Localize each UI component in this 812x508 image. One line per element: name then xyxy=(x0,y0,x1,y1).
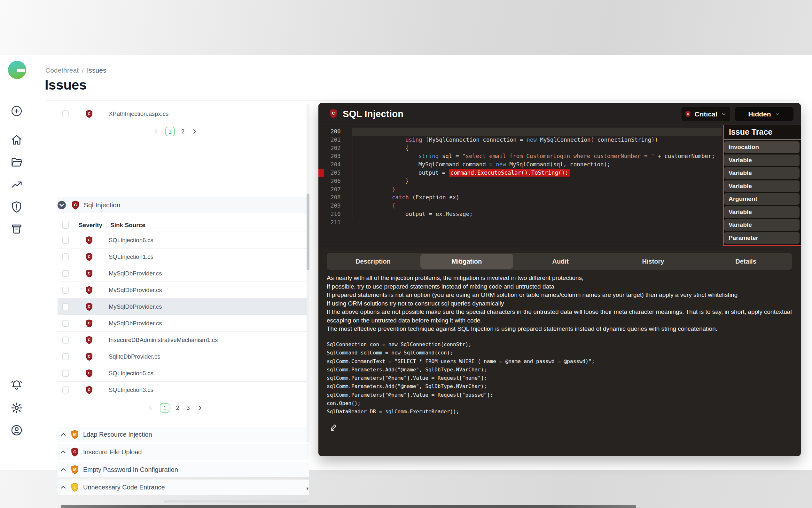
row-checkbox[interactable] xyxy=(62,287,69,294)
severity-shield-icon: C xyxy=(86,286,93,294)
sidebar-gear-icon[interactable] xyxy=(10,402,23,414)
issue-group-collapsed[interactable]: CInsecure File Upload xyxy=(57,444,309,460)
tab-audit[interactable]: Audit xyxy=(514,253,607,270)
mitigation-paragraph: If prepared statements is not an option … xyxy=(327,291,796,299)
trace-item-variable[interactable]: Variable xyxy=(724,167,800,179)
row-checkbox[interactable] xyxy=(62,303,69,310)
severity-shield-icon: C xyxy=(86,352,93,361)
trace-item-variable[interactable]: Variable xyxy=(724,155,800,166)
breadcrumb: Codethreat/Issues xyxy=(45,67,106,74)
issue-row[interactable]: CSQLInjection5.cs xyxy=(57,365,309,382)
chevron-down-icon xyxy=(775,111,780,117)
detail-tabs: DescriptionMitigationAuditHistoryDetails xyxy=(327,253,792,270)
group-label: Unnecessary Code Entrance xyxy=(83,484,165,491)
scrollbar-down-arrow-icon[interactable]: ▾ xyxy=(306,485,309,491)
sidebar-trend-up-icon[interactable] xyxy=(10,179,23,191)
issue-row[interactable]: CSQLInjection6.cs xyxy=(57,232,309,249)
pagination-page-2[interactable]: 2 xyxy=(181,128,185,135)
chevron-up-icon[interactable] xyxy=(59,466,67,473)
pagination-top: 12 xyxy=(50,124,301,139)
codethreat-logo-icon[interactable] xyxy=(8,61,26,79)
sidebar-plus-circle-icon[interactable] xyxy=(10,105,23,117)
pagination-page-2[interactable]: 2 xyxy=(175,405,180,411)
sidebar-shield-alert-icon[interactable] xyxy=(10,201,23,213)
svg-text:C: C xyxy=(88,304,91,308)
severity-shield-icon: C xyxy=(329,109,338,118)
chevron-up-icon[interactable] xyxy=(59,483,67,491)
svg-text:C: C xyxy=(88,338,91,342)
chevron-down-icon xyxy=(721,111,727,117)
chevron-up-icon[interactable] xyxy=(59,448,67,456)
trace-item-variable[interactable]: Variable xyxy=(724,206,800,218)
sidebar-archive-icon[interactable] xyxy=(10,223,23,235)
pagination-prev-icon[interactable] xyxy=(147,405,154,411)
row-checkbox[interactable] xyxy=(62,237,69,244)
visibility-dropdown[interactable]: Hidden xyxy=(735,107,794,121)
window-edge-strip xyxy=(61,505,636,508)
severity-shield-icon: C xyxy=(71,448,79,457)
severity-shield-icon: C xyxy=(86,236,93,244)
table-header: Severity Sink Source xyxy=(57,218,309,232)
sidebar-home-icon[interactable] xyxy=(10,134,23,146)
sidebar xyxy=(0,55,33,470)
pagination-prev-icon[interactable] xyxy=(152,128,159,135)
edit-icon[interactable] xyxy=(330,423,338,431)
row-checkbox[interactable] xyxy=(62,370,69,377)
panel-header-divider xyxy=(319,124,801,124)
breadcrumb-issues[interactable]: Issues xyxy=(87,67,106,74)
svg-text:M: M xyxy=(73,467,77,472)
row-checkbox[interactable] xyxy=(62,386,69,393)
chevron-down-circle-icon[interactable] xyxy=(57,201,66,209)
issue-group-collapsed[interactable]: LUnnecessary Code Entrance xyxy=(57,479,309,495)
mitigation-text: As nearly with all of the injection prob… xyxy=(327,274,796,333)
issue-group-collapsed[interactable]: MLdap Resource Injection xyxy=(57,427,309,442)
issue-row[interactable]: CMySqlDbProvider.cs xyxy=(57,282,309,298)
mitigation-paragraph: The most effective prevention technique … xyxy=(327,325,796,333)
tab-details[interactable]: Details xyxy=(700,253,792,270)
issue-group-sql-injection[interactable]: C Sql Injection xyxy=(57,197,309,213)
pagination-page-1[interactable]: 1 xyxy=(165,127,175,136)
chevron-up-icon[interactable] xyxy=(59,431,67,438)
severity-dropdown[interactable]: C Critical xyxy=(681,107,730,121)
row-checkbox[interactable] xyxy=(62,270,69,277)
issue-row[interactable]: CMySqlDbProvider.cs xyxy=(57,265,309,282)
row-checkbox[interactable] xyxy=(62,337,69,344)
trace-item-variable[interactable]: Variable xyxy=(724,219,800,230)
severity-shield-icon: C xyxy=(86,303,93,311)
trace-item-invocation[interactable]: Invocation xyxy=(724,141,800,153)
issue-row[interactable]: CSqliteDbProvider.cs xyxy=(57,348,309,365)
row-checkbox[interactable] xyxy=(62,110,69,117)
tab-mitigation[interactable]: Mitigation xyxy=(420,254,513,269)
trace-item-parameter[interactable]: Parameter xyxy=(724,232,800,244)
trace-item-argument[interactable]: Argument xyxy=(724,193,800,205)
pagination-page-1[interactable]: 1 xyxy=(160,403,170,413)
list-scrollbar-thumb[interactable] xyxy=(306,194,309,270)
select-all-checkbox[interactable] xyxy=(62,222,69,229)
breadcrumb-codethreat[interactable]: Codethreat xyxy=(45,67,79,74)
pagination-next-icon[interactable] xyxy=(191,128,198,135)
tab-history[interactable]: History xyxy=(607,253,700,270)
row-checkbox[interactable] xyxy=(62,353,69,360)
severity-shield-icon: C xyxy=(86,386,93,394)
issue-group-collapsed[interactable]: MEmpty Password In Configuration xyxy=(57,462,309,477)
issue-row-partial[interactable]: C XPathInjection.aspx.cs xyxy=(57,103,309,124)
sidebar-bell-icon[interactable] xyxy=(10,379,23,391)
list-horizontal-scrollbar[interactable] xyxy=(164,500,309,503)
list-scrollbar-track[interactable] xyxy=(306,103,309,442)
trace-item-variable[interactable]: Variable xyxy=(724,180,800,192)
issue-row[interactable]: CMySqlDbProvider.cs xyxy=(57,315,309,332)
row-checkbox[interactable] xyxy=(62,253,69,260)
svg-text:C: C xyxy=(73,450,76,454)
issue-row-selected[interactable]: CMySqlDbProvider.cs xyxy=(57,298,309,315)
issue-row[interactable]: CSQLInjection3.cs xyxy=(57,382,309,398)
sidebar-folder-icon[interactable] xyxy=(10,156,23,168)
issue-row[interactable]: CInsecureDBAdministrativeMechanism1.cs xyxy=(57,332,309,348)
pagination-next-icon[interactable] xyxy=(196,405,203,411)
sidebar-divider xyxy=(10,126,23,126)
sidebar-user-circle-icon[interactable] xyxy=(10,424,23,436)
pagination-page-3[interactable]: 3 xyxy=(186,405,191,411)
column-severity: Severity xyxy=(79,222,102,229)
issue-row[interactable]: CSQLInjection1.cs xyxy=(57,249,309,265)
tab-description[interactable]: Description xyxy=(327,253,419,270)
row-checkbox[interactable] xyxy=(62,320,69,327)
